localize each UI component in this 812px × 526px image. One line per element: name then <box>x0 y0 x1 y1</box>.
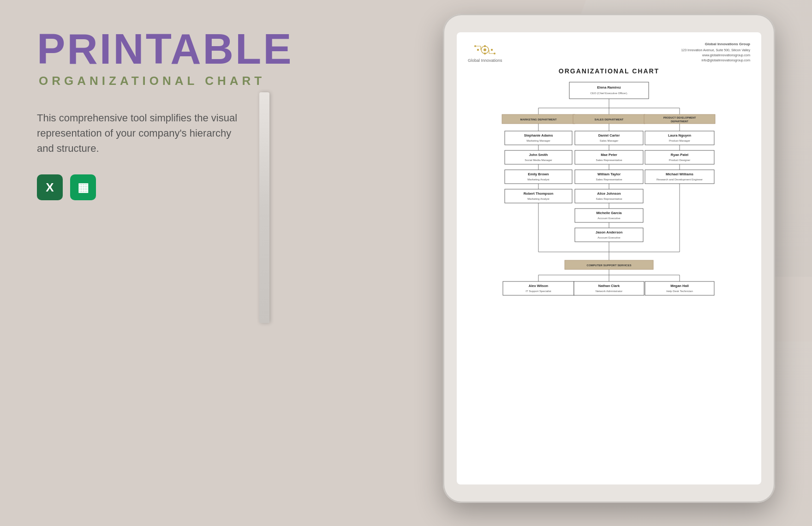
svg-text:Network Administrator: Network Administrator <box>596 290 623 293</box>
svg-text:John Smith: John Smith <box>529 153 548 157</box>
company-address: 123 Innovation Avenue, Suite 500, Silico… <box>681 48 750 53</box>
svg-text:Product Manager: Product Manager <box>669 139 690 142</box>
logo-icon <box>473 42 496 58</box>
svg-text:Michael Williams: Michael Williams <box>666 172 693 176</box>
tablet-screen: Global Innovations Global Innovations Gr… <box>457 32 761 484</box>
company-logo-text: Global Innovations <box>468 58 502 63</box>
sheets-icon[interactable]: ▦ <box>70 174 96 200</box>
svg-text:Stephanie Adams: Stephanie Adams <box>524 133 553 137</box>
svg-text:Jason Anderson: Jason Anderson <box>596 230 623 234</box>
pencil-decoration <box>259 92 269 323</box>
svg-rect-3 <box>484 53 486 54</box>
company-email: info@globalinnovationsgroup.com <box>681 58 750 63</box>
svg-text:Sales Representative: Sales Representative <box>596 159 622 161</box>
svg-text:Laura Nguyen: Laura Nguyen <box>668 133 691 137</box>
svg-text:Daniel Carter: Daniel Carter <box>598 133 620 137</box>
svg-text:Alex Wilson: Alex Wilson <box>529 284 549 288</box>
svg-text:Emily Brown: Emily Brown <box>528 172 549 176</box>
svg-text:MARKETING DEPARTMENT: MARKETING DEPARTMENT <box>520 118 557 121</box>
svg-text:Elena Ramirez: Elena Ramirez <box>597 85 621 90</box>
org-chart-svg: Elena Ramirez CEO (Chief Executive Offic… <box>468 81 750 395</box>
svg-rect-12 <box>569 82 649 99</box>
svg-text:Robert Thompson: Robert Thompson <box>524 191 554 196</box>
app-icons-row: X ▦ <box>37 174 295 200</box>
svg-text:Social Media Manager: Social Media Manager <box>525 159 552 161</box>
page-description: This comprehensive tool simplifies the v… <box>37 110 240 156</box>
svg-text:Marketing Analyst: Marketing Analyst <box>527 178 549 181</box>
svg-text:Ryan Patel: Ryan Patel <box>671 153 688 157</box>
svg-text:William Taylor: William Taylor <box>597 172 621 176</box>
svg-text:DEPARTMENT: DEPARTMENT <box>671 120 688 123</box>
svg-text:CEO (Chief Executive Officer).: CEO (Chief Executive Officer). <box>590 92 628 95</box>
svg-text:Nathan Clark: Nathan Clark <box>598 284 620 288</box>
chart-container: Global Innovations Global Innovations Gr… <box>457 32 761 404</box>
company-website: www.globalinnovationsgroup.com <box>681 53 750 58</box>
svg-text:PRODUCT DEVELOPMENT: PRODUCT DEVELOPMENT <box>663 116 696 119</box>
svg-point-10 <box>474 45 476 47</box>
svg-text:Help Desk Technician: Help Desk Technician <box>666 290 693 293</box>
svg-text:Mae Peter: Mae Peter <box>601 153 617 157</box>
svg-text:Michelle Garcia: Michelle Garcia <box>596 211 622 215</box>
svg-rect-5 <box>491 49 493 51</box>
svg-text:Account Executive: Account Executive <box>597 217 621 220</box>
svg-text:Account Executive: Account Executive <box>597 236 621 239</box>
svg-point-1 <box>484 48 486 51</box>
chart-title: ORGANIZATIONAL CHART <box>468 67 750 75</box>
tablet-device: Global Innovations Global Innovations Gr… <box>443 14 775 503</box>
company-info: Global Innovations Group 123 Innovation … <box>681 42 750 63</box>
svg-text:Sales Representative: Sales Representative <box>596 197 622 200</box>
page-subtitle: ORGANIZATIONAL CHART <box>39 74 295 88</box>
svg-text:COMPUTER SUPPORT SERVICES: COMPUTER SUPPORT SERVICES <box>587 264 632 267</box>
company-full-name: Global Innovations Group <box>681 42 750 48</box>
excel-icon[interactable]: X <box>37 174 63 200</box>
svg-text:Marketing Manager: Marketing Manager <box>526 139 550 142</box>
svg-text:Sales Manager: Sales Manager <box>600 139 618 142</box>
svg-text:Alice Johnson: Alice Johnson <box>597 191 621 196</box>
left-panel: PRINTABLE ORGANIZATIONAL CHART This comp… <box>37 28 295 200</box>
company-logo: Global Innovations <box>468 42 502 63</box>
svg-text:Research and Development Engin: Research and Development Engineer <box>657 178 703 181</box>
svg-text:Marketing Analyst: Marketing Analyst <box>527 197 549 200</box>
svg-rect-2 <box>484 45 486 47</box>
svg-text:SALES DEPARTMENT: SALES DEPARTMENT <box>595 118 624 121</box>
svg-text:Megan Hall: Megan Hall <box>670 284 689 288</box>
svg-rect-4 <box>477 49 479 51</box>
page-title: PRINTABLE <box>37 28 295 70</box>
svg-text:Sales Representative: Sales Representative <box>596 178 622 181</box>
svg-text:Product Designer: Product Designer <box>669 159 690 161</box>
svg-point-11 <box>494 53 496 54</box>
chart-header: Global Innovations Global Innovations Gr… <box>468 42 750 63</box>
svg-text:IT Support Specialist: IT Support Specialist <box>525 290 551 293</box>
